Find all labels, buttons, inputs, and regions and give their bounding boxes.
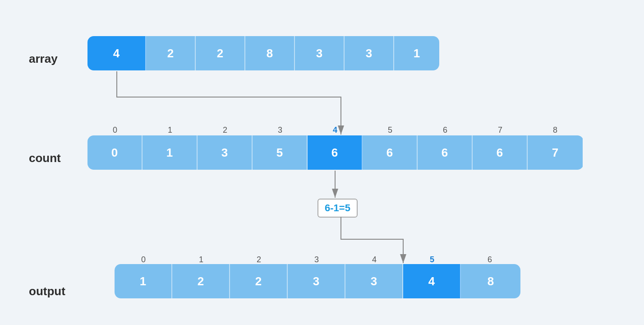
count-indices: 0 1 2 3 4 5 6 7 8 (87, 125, 584, 135)
output-label: output (29, 284, 65, 298)
count-label: count (29, 151, 61, 165)
array-cell-1: 2 (146, 36, 196, 70)
formula-box: 6-1=5 (317, 199, 358, 218)
count-cell-4: 6 (308, 135, 363, 170)
output-cell-5: 4 (403, 264, 461, 298)
output-cell-2: 2 (230, 264, 288, 298)
output-cell-1: 2 (172, 264, 230, 298)
array-cell-6: 1 (394, 36, 439, 70)
count-cell-7: 6 (473, 135, 528, 170)
count-cell-5: 6 (363, 135, 418, 170)
output-indices: 0 1 2 3 4 5 6 (115, 255, 520, 265)
count-cell-2: 3 (198, 135, 253, 170)
array-cell-4: 3 (295, 36, 345, 70)
arrow-array-to-count (117, 71, 341, 135)
count-cell-0: 0 (87, 135, 143, 170)
array-cell-2: 2 (196, 36, 245, 70)
output-cell-0: 1 (115, 264, 172, 298)
array-cell-0: 4 (87, 36, 146, 70)
count-cell-8: 7 (528, 135, 583, 170)
array-cell-5: 3 (345, 36, 394, 70)
count-container: 0 1 3 5 6 6 6 6 7 (87, 135, 584, 170)
output-cell-3: 3 (288, 264, 345, 298)
diagram: array 4 2 2 8 3 3 1 count 0 1 2 3 4 5 6 … (29, 9, 615, 316)
array-label: array (29, 52, 58, 66)
output-cell-6: 8 (461, 264, 520, 298)
output-container: 1 2 2 3 3 4 8 (115, 264, 520, 298)
array-container: 4 2 2 8 3 3 1 (87, 36, 439, 70)
count-cell-1: 1 (143, 135, 198, 170)
array-cell-3: 8 (245, 36, 295, 70)
count-cell-3: 5 (253, 135, 308, 170)
count-cell-6: 6 (418, 135, 473, 170)
output-cell-4: 3 (345, 264, 403, 298)
